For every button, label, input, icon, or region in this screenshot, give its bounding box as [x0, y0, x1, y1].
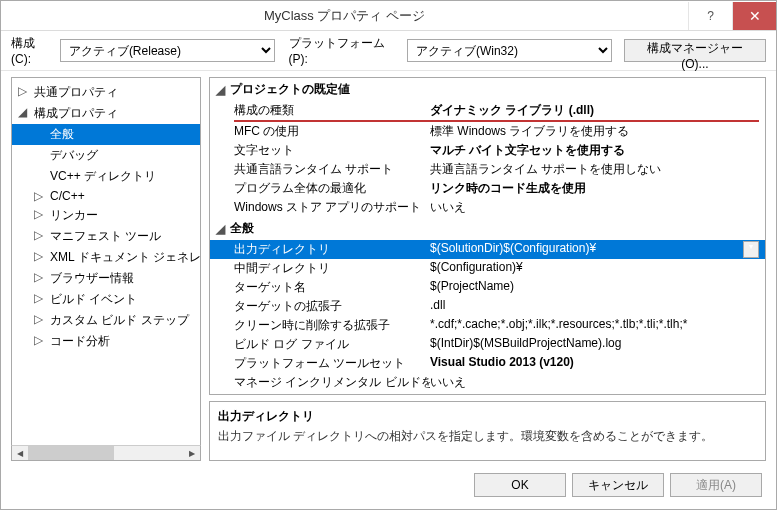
tree-item[interactable]: VC++ ディレクトリ	[12, 166, 200, 187]
description-text: 出力ファイル ディレクトリへの相対パスを指定します。環境変数を含めることができま…	[218, 428, 757, 445]
property-label: ターゲットの拡張子	[234, 298, 430, 315]
property-row[interactable]: クリーン時に削除する拡張子*.cdf;*.cache;*.obj;*.ilk;*…	[210, 316, 765, 335]
tree-item-label: C/C++	[50, 189, 85, 203]
tree-item[interactable]: ▷コード分析	[12, 331, 200, 352]
scroll-track[interactable]	[28, 446, 184, 460]
tree-item[interactable]: ▷共通プロパティ	[12, 82, 200, 103]
collapsed-icon[interactable]: ▷	[34, 249, 44, 263]
config-manager-button[interactable]: 構成マネージャー(O)...	[624, 39, 766, 62]
property-value: $(Configuration)¥	[430, 260, 759, 277]
property-value: $(SolutionDir)$(Configuration)¥	[430, 241, 739, 258]
tree-item-label: VC++ ディレクトリ	[50, 169, 156, 183]
property-label: MFC の使用	[234, 123, 430, 140]
section-header[interactable]: ◢全般	[210, 217, 765, 240]
platform-select[interactable]: アクティブ(Win32)	[407, 39, 612, 62]
window-title: MyClass プロパティ ページ	[1, 7, 688, 25]
property-value: $(ProjectName)	[430, 279, 759, 296]
apply-button[interactable]: 適用(A)	[670, 473, 762, 497]
collapsed-icon[interactable]: ▷	[34, 270, 44, 284]
property-grid[interactable]: ◢プロジェクトの既定値構成の種類ダイナミック ライブラリ (.dll)MFC の…	[209, 77, 766, 395]
collapsed-icon[interactable]: ▷	[34, 189, 44, 203]
property-row[interactable]: プログラム全体の最適化リンク時のコード生成を使用	[210, 179, 765, 198]
description-panel: 出力ディレクトリ 出力ファイル ディレクトリへの相対パスを指定します。環境変数を…	[209, 401, 766, 461]
collapsed-icon[interactable]: ▷	[34, 207, 44, 221]
expanded-icon[interactable]: ◢	[18, 105, 28, 119]
tree-item[interactable]: ▷リンカー	[12, 205, 200, 226]
config-label: 構成(C):	[11, 35, 54, 66]
tree-item-label: リンカー	[50, 208, 98, 222]
platform-label: プラットフォーム(P):	[289, 35, 401, 66]
property-row[interactable]: 中間ディレクトリ$(Configuration)¥	[210, 259, 765, 278]
tree-item-label: ビルド イベント	[50, 292, 137, 306]
property-row[interactable]: ビルド ログ ファイル$(IntDir)$(MSBuildProjectName…	[210, 335, 765, 354]
tree-item[interactable]: デバッグ	[12, 145, 200, 166]
collapsed-icon[interactable]: ▷	[34, 228, 44, 242]
property-row[interactable]: MFC の使用標準 Windows ライブラリを使用する	[210, 122, 765, 141]
tree-item[interactable]: ▷ビルド イベント	[12, 289, 200, 310]
collapsed-icon[interactable]: ▷	[18, 84, 28, 98]
property-value: .dll	[430, 298, 759, 315]
property-label: 構成の種類	[234, 102, 430, 119]
description-title: 出力ディレクトリ	[218, 408, 757, 425]
property-value: 標準 Windows ライブラリを使用する	[430, 123, 759, 140]
property-label: クリーン時に削除する拡張子	[234, 317, 430, 334]
property-row[interactable]: ターゲットの拡張子.dll	[210, 297, 765, 316]
property-value: Visual Studio 2013 (v120)	[430, 355, 759, 372]
cancel-button[interactable]: キャンセル	[572, 473, 664, 497]
tree-item[interactable]: ▷XML ドキュメント ジェネレーター	[12, 247, 200, 268]
section-title: プロジェクトの既定値	[230, 81, 350, 98]
close-button[interactable]: ✕	[732, 2, 776, 30]
property-value: *.cdf;*.cache;*.obj;*.ilk;*.resources;*.…	[430, 317, 759, 334]
dropdown-icon[interactable]: ▾	[743, 241, 759, 258]
tree-item-label: マニフェスト ツール	[50, 229, 161, 243]
config-select[interactable]: アクティブ(Release)	[60, 39, 275, 62]
property-value: リンク時のコード生成を使用	[430, 180, 759, 197]
property-row[interactable]: 出力ディレクトリ$(SolutionDir)$(Configuration)¥▾	[210, 240, 765, 259]
property-value: いいえ	[430, 374, 759, 391]
section-header[interactable]: ◢プロジェクトの既定値	[210, 78, 765, 101]
collapsed-icon[interactable]: ▷	[34, 312, 44, 326]
property-row[interactable]: 構成の種類ダイナミック ライブラリ (.dll)	[210, 101, 765, 120]
tree-item-label: デバッグ	[50, 148, 98, 162]
property-row[interactable]: 共通言語ランタイム サポート共通言語ランタイム サポートを使用しない	[210, 160, 765, 179]
tree-item[interactable]: ◢構成プロパティ	[12, 103, 200, 124]
property-value: マルチ バイト文字セットを使用する	[430, 142, 759, 159]
tree-scrollbar[interactable]: ◀ ▶	[11, 445, 201, 461]
property-label: ビルド ログ ファイル	[234, 336, 430, 353]
tree-item[interactable]: ▷ブラウザー情報	[12, 268, 200, 289]
help-button[interactable]: ?	[688, 2, 732, 30]
collapsed-icon[interactable]: ▷	[34, 291, 44, 305]
tree-item-label: 全般	[50, 127, 74, 141]
tree-item[interactable]: ▷マニフェスト ツール	[12, 226, 200, 247]
collapsed-icon[interactable]: ▷	[34, 333, 44, 347]
nav-tree[interactable]: ▷共通プロパティ◢構成プロパティ全般デバッグVC++ ディレクトリ▷C/C++▷…	[11, 77, 201, 446]
property-label: プログラム全体の最適化	[234, 180, 430, 197]
property-label: 出力ディレクトリ	[234, 241, 430, 258]
property-row[interactable]: 文字セットマルチ バイト文字セットを使用する	[210, 141, 765, 160]
property-value: ダイナミック ライブラリ (.dll)	[430, 102, 759, 119]
expanded-icon: ◢	[216, 222, 226, 236]
property-row[interactable]: Windows ストア アプリのサポートいいえ	[210, 198, 765, 217]
scroll-thumb[interactable]	[28, 446, 114, 460]
property-label: Windows ストア アプリのサポート	[234, 199, 430, 216]
tree-item-label: カスタム ビルド ステップ	[50, 313, 189, 327]
property-value: $(IntDir)$(MSBuildProjectName).log	[430, 336, 759, 353]
property-row[interactable]: プラットフォーム ツールセットVisual Studio 2013 (v120)	[210, 354, 765, 373]
tree-item-label: コード分析	[50, 334, 110, 348]
property-row[interactable]: マネージ インクリメンタル ビルドを有効にするいいえ	[210, 373, 765, 392]
property-label: マネージ インクリメンタル ビルドを有効にする	[234, 374, 430, 391]
section-title: 全般	[230, 220, 254, 237]
scroll-left-icon[interactable]: ◀	[12, 446, 28, 460]
tree-item-label: 共通プロパティ	[34, 85, 118, 99]
tree-item-label: XML ドキュメント ジェネレーター	[50, 250, 201, 264]
tree-item[interactable]: 全般	[12, 124, 200, 145]
dialog-footer: OK キャンセル 適用(A)	[1, 461, 776, 509]
scroll-right-icon[interactable]: ▶	[184, 446, 200, 460]
close-icon: ✕	[749, 8, 761, 24]
ok-button[interactable]: OK	[474, 473, 566, 497]
property-label: 中間ディレクトリ	[234, 260, 430, 277]
tree-item[interactable]: ▷カスタム ビルド ステップ	[12, 310, 200, 331]
property-row[interactable]: ターゲット名$(ProjectName)	[210, 278, 765, 297]
tree-item-label: 構成プロパティ	[34, 106, 118, 120]
tree-item[interactable]: ▷C/C++	[12, 187, 200, 205]
